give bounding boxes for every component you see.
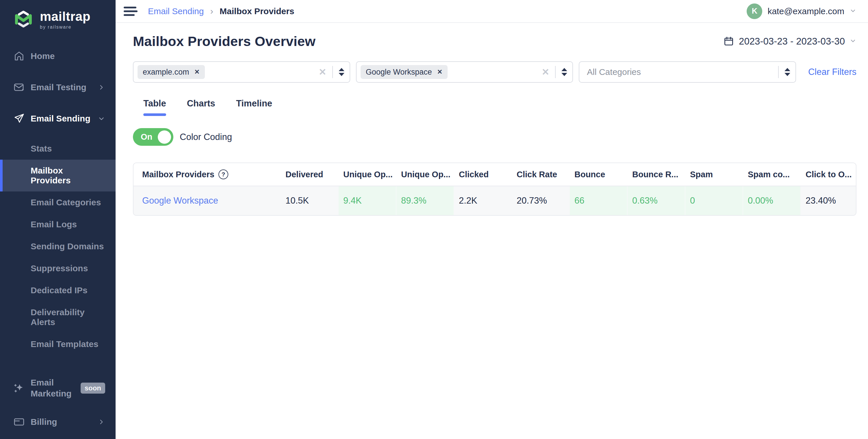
tab-charts[interactable]: Charts	[177, 98, 226, 116]
credit-card-icon	[13, 416, 25, 428]
sidebar-item-suppressions[interactable]: Suppressions	[0, 257, 116, 280]
sidebar-item-label: Email Sending	[31, 114, 90, 123]
clear-select-icon[interactable]: ✕	[319, 66, 327, 78]
brand-byline: by railsware	[40, 25, 90, 30]
sidebar-item-email-categories[interactable]: Email Categories	[0, 192, 116, 213]
breadcrumb-email-sending[interactable]: Email Sending	[148, 6, 204, 16]
chevron-right-icon	[98, 418, 105, 426]
sidebar-item-dedicated-ips[interactable]: Dedicated IPs	[0, 280, 116, 301]
cell-unique-opens: 9.4K	[338, 186, 396, 215]
sidebar-nav: Home Email Testing Email Sending Stats M…	[0, 44, 116, 439]
sidebar-item-deliverability-alerts[interactable]: Deliverability Alerts	[0, 301, 116, 333]
sidebar-item-label: Deliverability Alerts	[31, 308, 85, 327]
column-header-delivered: Delivered	[280, 170, 338, 179]
sidebar-item-label: Email Logs	[31, 220, 77, 229]
breadcrumb: Email Sending › Mailbox Providers	[148, 6, 294, 17]
table-header-row: Mailbox Providers ? Delivered Unique Op.…	[133, 163, 856, 186]
sidebar-item-label: Email Templates	[31, 339, 98, 349]
select-arrows-icon[interactable]	[784, 68, 790, 76]
content: Mailbox Providers Overview 2023-03-23 - …	[116, 23, 868, 216]
cell-click-rate: 20.73%	[512, 196, 569, 206]
sidebar-item-email-testing[interactable]: Email Testing	[0, 75, 116, 99]
color-coding-toggle[interactable]: On	[133, 128, 174, 146]
logo[interactable]: mailtrap by railsware	[0, 0, 116, 38]
tab-timeline[interactable]: Timeline	[226, 98, 283, 116]
menu-toggle-icon[interactable]	[124, 7, 137, 16]
sidebar-item-stats[interactable]: Stats	[0, 138, 116, 159]
sparkles-icon	[13, 382, 25, 394]
chevron-down-icon	[98, 115, 105, 122]
help-icon[interactable]: ?	[218, 170, 228, 179]
cell-spam: 0	[685, 186, 743, 215]
domain-filter-select[interactable]: example.com ✕ ✕	[133, 61, 350, 83]
sidebar-item-billing[interactable]: Billing	[0, 410, 116, 434]
page-title: Mailbox Providers Overview	[133, 33, 315, 49]
cell-spam-rate: 0.00%	[743, 186, 800, 215]
sidebar-item-label: Dedicated IPs	[31, 286, 88, 295]
color-coding-label: Color Coding	[180, 132, 232, 142]
sidebar-item-label: Mailbox Providers	[31, 166, 70, 185]
date-range-value: 2023-03-23 - 2023-03-30	[739, 36, 845, 47]
soon-badge: soon	[81, 383, 105, 393]
sidebar-item-email-marketing[interactable]: Email Marketing soon	[0, 371, 116, 405]
column-header-mailbox-providers: Mailbox Providers ?	[133, 170, 280, 179]
cell-unique-open-rate: 89.3%	[396, 186, 454, 215]
toggle-state: On	[141, 132, 152, 142]
cell-bounce-rate: 0.63%	[627, 186, 685, 215]
sidebar-item-label: Email Marketing	[31, 377, 80, 399]
sidebar-item-label: Billing	[31, 417, 57, 427]
sidebar-item-home[interactable]: Home	[0, 44, 116, 68]
user-menu[interactable]: K kate@example.com	[747, 3, 857, 19]
chip-label: example.com	[143, 68, 189, 77]
tab-table[interactable]: Table	[133, 98, 177, 116]
sidebar-item-email-templates[interactable]: Email Templates	[0, 333, 116, 355]
cell-clicked: 2.2K	[454, 196, 512, 206]
cell-click-to-open: 23.40%	[800, 196, 856, 206]
brand-name: mailtrap	[40, 10, 90, 23]
clear-filters-link[interactable]: Clear Filters	[808, 67, 857, 77]
breadcrumb-separator: ›	[210, 6, 213, 17]
remove-chip-icon[interactable]: ✕	[437, 68, 442, 76]
date-range-picker[interactable]: 2023-03-23 - 2023-03-30	[723, 36, 857, 47]
tabs: Table Charts Timeline	[133, 98, 857, 116]
cell-bounce: 66	[569, 186, 627, 215]
sidebar-item-mailbox-providers[interactable]: Mailbox Providers	[0, 159, 116, 192]
toggle-knob	[158, 130, 171, 144]
email-sending-icon	[13, 112, 25, 125]
provider-link[interactable]: Google Workspace	[133, 196, 280, 206]
sidebar-item-label: Home	[31, 51, 55, 61]
calendar-icon	[723, 36, 734, 47]
divider	[555, 66, 556, 78]
breadcrumb-current: Mailbox Providers	[220, 6, 294, 16]
sidebar-item-label: Email Categories	[31, 198, 101, 207]
sidebar-item-email-sending[interactable]: Email Sending	[0, 107, 116, 131]
chevron-down-icon	[849, 37, 857, 46]
avatar: K	[747, 3, 762, 19]
select-arrows-icon[interactable]	[339, 68, 344, 76]
column-header-click-rate: Click Rate	[512, 170, 569, 179]
column-header-spam-rate: Spam co...	[743, 170, 800, 179]
clear-select-icon[interactable]: ✕	[541, 66, 549, 78]
mailtrap-logo-icon	[13, 10, 34, 30]
sidebar-item-label: Sending Domains	[31, 241, 104, 251]
domain-filter-chip: example.com ✕	[137, 65, 205, 79]
chip-label: Google Workspace	[366, 68, 432, 77]
sidebar-item-label: Stats	[31, 144, 52, 153]
chevron-right-icon	[98, 84, 105, 91]
category-filter-select[interactable]: All Categories	[579, 61, 796, 83]
providers-table: Mailbox Providers ? Delivered Unique Op.…	[133, 163, 857, 216]
sidebar-item-email-logs[interactable]: Email Logs	[0, 213, 116, 235]
sidebar-item-label: Email Testing	[31, 82, 86, 92]
color-coding-row: On Color Coding	[133, 128, 857, 146]
sidebar-item-sending-domains[interactable]: Sending Domains	[0, 235, 116, 257]
remove-chip-icon[interactable]: ✕	[194, 68, 200, 76]
column-header-bounce: Bounce	[569, 170, 627, 179]
sidebar-item-label: Suppressions	[31, 263, 88, 273]
column-header-unique-open-rate: Unique Op...	[396, 170, 454, 179]
category-placeholder: All Categories	[583, 67, 641, 77]
provider-filter-select[interactable]: Google Workspace ✕ ✕	[356, 61, 573, 83]
column-header-clicked: Clicked	[454, 170, 512, 179]
select-arrows-icon[interactable]	[561, 68, 567, 76]
table-row: Google Workspace 10.5K 9.4K 89.3% 2.2K 2…	[133, 186, 856, 215]
cell-delivered: 10.5K	[280, 196, 338, 206]
